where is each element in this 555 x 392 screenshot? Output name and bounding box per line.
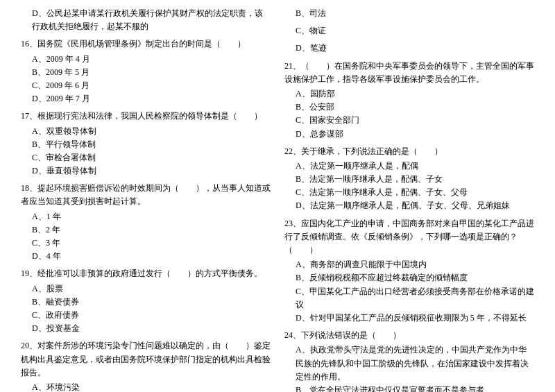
option-c-top: C、物证 <box>284 24 534 37</box>
q21-option-d: D、总参谋部 <box>284 128 534 141</box>
q19-option-d: D、投资基金 <box>21 322 271 335</box>
q23-option-c: C、甲国某化工产品的出口经营者必须接受商务部在价格承诺的建议 <box>284 285 534 312</box>
q18-option-c: C、3 年 <box>21 237 271 250</box>
question-19: 19、经批准可以非预算的政府通过发行（ ）的方式平衡债务。 A、股票 B、融资债… <box>21 267 271 335</box>
q21-option-a: A、国防部 <box>284 87 534 101</box>
q16-option-d: D、2009 年 7 月 <box>21 92 271 105</box>
q20-option-a: A、环境污染 <box>21 381 271 392</box>
q19-option-a: A、股票 <box>21 282 271 296</box>
q17-option-d: D、垂直领导体制 <box>21 164 271 178</box>
question-17-text: 17、根据现行宪法和法律，我国人民检察院的领导体制是（ ） <box>21 110 271 123</box>
question-20-text: 20、对案件所涉的环境污染专门性问题难以确定的，由（ ）鉴定机构出具鉴定意见，或… <box>21 339 271 380</box>
columns-layout: D、公民起某申请某行政机关履行保护其财产权的法定职责，该行政机关拒绝履行，起某不… <box>21 7 534 392</box>
question-19-text: 19、经批准可以非预算的政府通过发行（ ）的方式平衡债务。 <box>21 267 271 280</box>
q16-option-c: C、2009 年 6 月 <box>21 79 271 92</box>
q22-option-b: B、法定第一顺序继承人是，配偶、子女 <box>284 173 534 186</box>
page-container: D、公民起某申请某行政机关履行保护其财产权的法定职责，该行政机关拒绝履行，起某不… <box>21 7 534 392</box>
q24-option-a: A、执政党带头守法是党的先进性决定的，中国共产党作为中华民族的先锋队和中国工阶级… <box>284 343 534 384</box>
q23-option-d: D、针对甲国某化工产品的反倾销税征收期限为 5 年，不得延长 <box>284 312 534 325</box>
q19-option-c: C、政府债券 <box>21 309 271 322</box>
opt-b: B、司法 <box>284 7 534 20</box>
question-24-text: 24、下列说法错误的是（ ） <box>284 329 534 342</box>
q16-option-a: A、2009 年 4 月 <box>21 53 271 66</box>
q18-option-d: D、4 年 <box>21 250 271 263</box>
q18-option-a: A、1 年 <box>21 210 271 223</box>
question-21: 21、（ ）在国务院和中央军事委员会的领导下，主管全国的军事设施保护工作，指导各… <box>284 60 534 141</box>
question-18: 18、提起环境损害赔偿诉讼的时效期间为（ ），从当事人知道或者应当知道其受到损害… <box>21 182 271 263</box>
q16-option-b: B、2009 年 5 月 <box>21 66 271 79</box>
q22-option-a: A、法定第一顺序继承人是，配偶 <box>284 160 534 173</box>
question-17: 17、根据现行宪法和法律，我国人民检察院的领导体制是（ ） A、双重领导体制 B… <box>21 110 271 178</box>
question-22: 22、关于继承，下列说法正确的是（ ） A、法定第一顺序继承人是，配偶 B、法定… <box>284 145 534 213</box>
q24-option-b: B、党在全民守法进程中仅仅是宣誓者而不是参与者。 <box>284 384 534 392</box>
right-column: B、司法 C、物证 D、笔迹 21、（ ）在国务院和中央军事委员会的领导下，主管… <box>284 7 534 392</box>
question-22-text: 22、关于继承，下列说法正确的是（ ） <box>284 145 534 158</box>
q23-option-b: B、反倾销税税额不应超过终裁确定的倾销幅度 <box>284 271 534 284</box>
question-16-text: 16、国务院《民用机场管理条例》制定出台的时间是（ ） <box>21 37 271 51</box>
q17-option-b: B、平行领导体制 <box>21 138 271 151</box>
opt-d: D、笔迹 <box>284 42 534 55</box>
option-b-top: B、司法 <box>284 7 534 20</box>
q19-option-b: B、融资债券 <box>21 296 271 309</box>
q22-option-d: D、法定第一顺序继承人是，配偶、子女、父母、兄弟姐妹 <box>284 199 534 212</box>
question-21-text: 21、（ ）在国务院和中央军事委员会的领导下，主管全国的军事设施保护工作，指导各… <box>284 60 534 86</box>
question-23: 23、应国内化工产业的申请，中国商务部对来自甲国的某化工产品进行了反倾销调查。依… <box>284 217 534 325</box>
q22-option-c: C、法定第一顺序继承人是，配偶、子女、父母 <box>284 186 534 199</box>
question-24: 24、下列说法错误的是（ ） A、执政党带头守法是党的先进性决定的，中国共产党作… <box>284 329 534 392</box>
q23-option-a: A、商务部的调查只能限于中国境内 <box>284 258 534 271</box>
question-18-text: 18、提起环境损害赔偿诉讼的时效期间为（ ），从当事人知道或者应当知道其受到损害… <box>21 182 271 208</box>
q17-option-a: A、双重领导体制 <box>21 125 271 138</box>
option-d-top: D、笔迹 <box>284 42 534 55</box>
question-20: 20、对案件所涉的环境污染专门性问题难以确定的，由（ ）鉴定机构出具鉴定意见，或… <box>21 339 271 392</box>
question-23-text: 23、应国内化工产业的申请，中国商务部对来自甲国的某化工产品进行了反倾销调查。依… <box>284 217 534 257</box>
q21-option-b: B、公安部 <box>284 101 534 114</box>
question-16: 16、国务院《民用机场管理条例》制定出台的时间是（ ） A、2009 年 4 月… <box>21 37 271 105</box>
q18-option-b: B、2 年 <box>21 223 271 237</box>
left-column: D、公民起某申请某行政机关履行保护其财产权的法定职责，该行政机关拒绝履行，起某不… <box>21 7 271 392</box>
opt-c: C、物证 <box>284 24 534 37</box>
q21-option-c: C、国家安全部门 <box>284 114 534 127</box>
option-d-cont: D、公民起某申请某行政机关履行保护其财产权的法定职责，该行政机关拒绝履行，起某不… <box>21 7 271 33</box>
question-d-cont: D、公民起某申请某行政机关履行保护其财产权的法定职责，该行政机关拒绝履行，起某不… <box>21 7 271 33</box>
q17-option-c: C、审检合署体制 <box>21 151 271 164</box>
